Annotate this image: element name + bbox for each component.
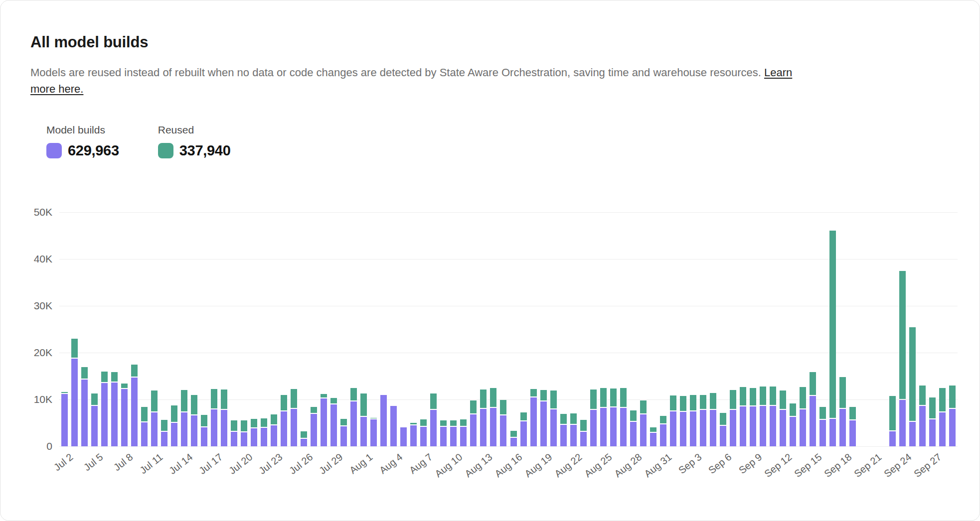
bar-builds-segment-aug-23[interactable] xyxy=(580,432,587,446)
bar-builds-segment-jul-5[interactable] xyxy=(91,406,98,446)
bar-reused-segment-sep-12[interactable] xyxy=(780,391,786,409)
bar-builds-segment-sep-2[interactable] xyxy=(680,412,686,446)
bar-builds-segment-aug-29[interactable] xyxy=(640,414,647,446)
bar-builds-segment-sep-23[interactable] xyxy=(889,431,896,446)
bar-reused-segment-aug-20[interactable] xyxy=(550,391,557,408)
bar-builds-segment-sep-6[interactable] xyxy=(720,426,726,446)
bar-reused-segment-jul-25[interactable] xyxy=(291,389,297,407)
bar-builds-segment-sep-12[interactable] xyxy=(780,410,786,446)
bar-builds-segment-jul-7[interactable] xyxy=(111,383,118,446)
bar-builds-segment-jul-2[interactable] xyxy=(61,394,68,446)
bar-reused-segment-jul-13[interactable] xyxy=(171,405,177,422)
bar-builds-segment-aug-30[interactable] xyxy=(650,433,656,446)
bar-reused-segment-sep-5[interactable] xyxy=(710,393,716,409)
bar-reused-segment-aug-9[interactable] xyxy=(440,420,447,426)
bar-reused-segment-aug-21[interactable] xyxy=(560,414,567,424)
bar-builds-segment-jul-19[interactable] xyxy=(231,432,237,446)
bar-builds-segment-sep-13[interactable] xyxy=(790,417,796,446)
bar-builds-segment-aug-15[interactable] xyxy=(500,415,506,446)
bar-reused-segment-aug-24[interactable] xyxy=(590,390,597,408)
bar-builds-segment-jul-24[interactable] xyxy=(281,411,287,447)
bar-builds-segment-jul-9[interactable] xyxy=(131,378,138,446)
bar-reused-segment-sep-2[interactable] xyxy=(680,396,686,411)
bar-builds-segment-aug-11[interactable] xyxy=(460,427,467,446)
bar-reused-segment-jul-31[interactable] xyxy=(350,388,357,400)
bar-builds-segment-sep-10[interactable] xyxy=(760,406,766,446)
bar-builds-segment-aug-17[interactable] xyxy=(520,421,527,446)
bar-reused-segment-jul-30[interactable] xyxy=(340,419,347,425)
bar-builds-segment-jul-13[interactable] xyxy=(171,423,177,446)
bar-reused-segment-jul-15[interactable] xyxy=(191,395,197,414)
bar-builds-segment-aug-16[interactable] xyxy=(510,438,517,446)
bar-builds-segment-aug-9[interactable] xyxy=(440,427,447,446)
bar-builds-segment-sep-9[interactable] xyxy=(750,406,756,446)
bar-builds-segment-aug-4[interactable] xyxy=(390,406,397,446)
bar-reused-segment-aug-26[interactable] xyxy=(610,389,617,406)
bar-reused-segment-sep-17[interactable] xyxy=(829,231,836,418)
bar-reused-segment-sep-15[interactable] xyxy=(810,372,816,395)
bar-reused-segment-aug-25[interactable] xyxy=(600,388,607,406)
bar-builds-segment-jul-20[interactable] xyxy=(241,432,247,446)
bar-builds-segment-sep-25[interactable] xyxy=(909,422,916,446)
bar-builds-segment-aug-24[interactable] xyxy=(590,410,597,446)
bar-reused-segment-aug-7[interactable] xyxy=(420,419,427,425)
bar-reused-segment-aug-11[interactable] xyxy=(460,419,467,426)
bar-builds-segment-sep-27[interactable] xyxy=(929,419,936,446)
bar-builds-segment-sep-17[interactable] xyxy=(829,419,836,446)
bar-reused-segment-aug-10[interactable] xyxy=(450,420,457,426)
bar-reused-segment-sep-6[interactable] xyxy=(720,413,726,424)
bar-reused-segment-sep-11[interactable] xyxy=(770,387,776,405)
bar-builds-segment-aug-13[interactable] xyxy=(480,409,487,446)
bar-builds-segment-jul-8[interactable] xyxy=(121,389,128,446)
bar-reused-segment-sep-18[interactable] xyxy=(839,377,846,408)
bar-reused-segment-jul-3[interactable] xyxy=(71,339,78,358)
bar-builds-segment-jul-15[interactable] xyxy=(191,415,197,446)
bar-reused-segment-aug-28[interactable] xyxy=(630,410,637,421)
bar-reused-segment-jul-7[interactable] xyxy=(111,372,118,382)
bar-builds-segment-aug-31[interactable] xyxy=(660,424,666,446)
bar-reused-segment-jul-10[interactable] xyxy=(141,407,148,421)
bar-builds-segment-aug-2[interactable] xyxy=(370,419,377,446)
bar-builds-segment-sep-16[interactable] xyxy=(819,420,826,446)
bar-reused-segment-sep-24[interactable] xyxy=(899,271,906,399)
bar-builds-segment-jul-29[interactable] xyxy=(330,404,337,446)
bar-builds-segment-sep-3[interactable] xyxy=(690,411,696,447)
bar-reused-segment-sep-29[interactable] xyxy=(949,386,956,408)
bar-builds-segment-jul-22[interactable] xyxy=(261,428,267,446)
bar-reused-segment-aug-2[interactable] xyxy=(370,418,377,418)
bar-builds-segment-sep-24[interactable] xyxy=(899,400,906,446)
bar-reused-segment-jul-4[interactable] xyxy=(81,367,88,378)
bar-reused-segment-jul-23[interactable] xyxy=(271,414,277,424)
bar-builds-segment-aug-1[interactable] xyxy=(360,417,367,446)
bar-reused-segment-aug-13[interactable] xyxy=(480,390,487,408)
bar-builds-segment-aug-25[interactable] xyxy=(600,408,607,446)
bar-reused-segment-jul-22[interactable] xyxy=(261,418,267,427)
bar-reused-segment-sep-14[interactable] xyxy=(800,387,806,408)
bar-reused-segment-jul-8[interactable] xyxy=(121,384,128,388)
bar-reused-segment-jul-27[interactable] xyxy=(311,407,317,413)
bar-reused-segment-sep-3[interactable] xyxy=(690,395,696,410)
bar-reused-segment-sep-4[interactable] xyxy=(700,395,706,409)
bar-reused-segment-aug-6[interactable] xyxy=(410,423,417,424)
bar-reused-segment-jul-20[interactable] xyxy=(241,420,247,431)
bar-builds-segment-sep-4[interactable] xyxy=(700,410,706,446)
bar-builds-segment-aug-20[interactable] xyxy=(550,409,557,446)
bar-builds-segment-jul-11[interactable] xyxy=(151,412,158,446)
bar-builds-segment-jul-4[interactable] xyxy=(81,380,88,446)
bar-builds-segment-aug-27[interactable] xyxy=(620,408,627,446)
bar-reused-segment-jul-18[interactable] xyxy=(221,390,227,408)
bar-reused-segment-sep-25[interactable] xyxy=(909,327,916,421)
bar-reused-segment-jul-28[interactable] xyxy=(321,394,327,397)
bar-builds-segment-sep-26[interactable] xyxy=(919,406,926,446)
bar-builds-segment-aug-14[interactable] xyxy=(490,408,496,446)
bar-reused-segment-jul-29[interactable] xyxy=(330,398,337,403)
bar-reused-segment-aug-23[interactable] xyxy=(580,420,587,431)
bar-builds-segment-jul-17[interactable] xyxy=(211,409,217,446)
bar-reused-segment-sep-26[interactable] xyxy=(919,386,926,405)
bar-reused-segment-aug-1[interactable] xyxy=(360,393,367,416)
bar-reused-segment-sep-9[interactable] xyxy=(750,388,756,406)
bar-builds-segment-aug-28[interactable] xyxy=(630,422,637,446)
bar-builds-segment-sep-18[interactable] xyxy=(839,409,846,446)
bar-reused-segment-sep-27[interactable] xyxy=(929,397,936,418)
bar-builds-segment-aug-22[interactable] xyxy=(570,425,577,446)
